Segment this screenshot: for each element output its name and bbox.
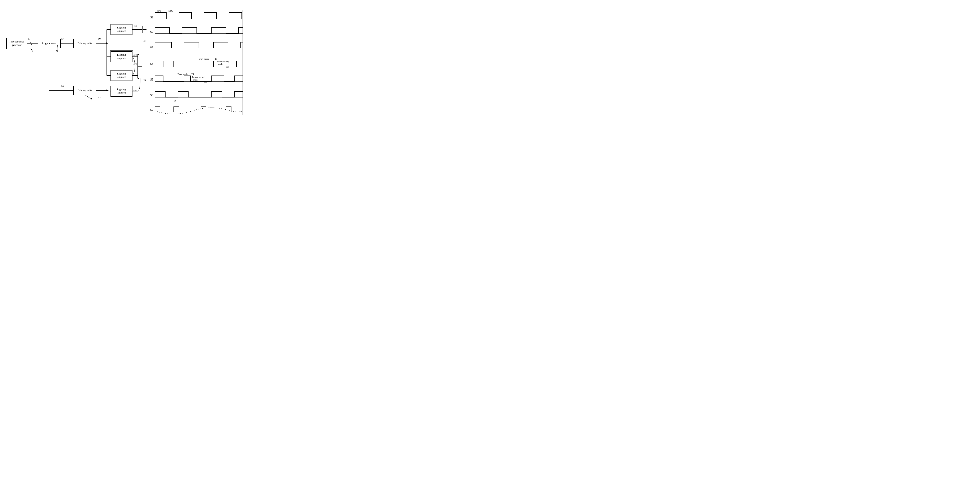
svg-text:50%: 50% <box>157 10 161 12</box>
svg-text:S3: S3 <box>150 45 153 48</box>
svg-text:S7: S7 <box>150 108 153 111</box>
svg-text:S5: S5 <box>150 78 153 81</box>
svg-text:Power saving: Power saving <box>216 60 229 63</box>
svg-text:E: E <box>174 100 176 103</box>
svg-text:S1: S1 <box>150 16 153 19</box>
svg-text:Duty mode: Duty mode <box>199 57 209 60</box>
connector-lines <box>4 4 161 121</box>
svg-text:T2: T2 <box>226 65 229 68</box>
svg-text:S6: S6 <box>150 94 153 97</box>
right-timing-diagram: S1 S2 S3 S4 S5 S6 S7 50% 50% Duty mode T… <box>146 4 247 124</box>
svg-text:Duty mode: Duty mode <box>177 73 188 75</box>
svg-text:T2: T2 <box>204 81 207 83</box>
timing-svg: S1 S2 S3 S4 S5 S6 S7 50% 50% Duty mode T… <box>146 4 245 124</box>
svg-text:T1: T1 <box>215 57 217 60</box>
svg-text:S2: S2 <box>150 30 153 34</box>
svg-text:T1: T1 <box>191 73 194 75</box>
svg-text:mode: mode <box>193 78 199 81</box>
svg-rect-30 <box>110 51 133 92</box>
svg-text:50%: 50% <box>169 10 173 12</box>
svg-text:Power saving: Power saving <box>192 76 205 78</box>
svg-text:S4: S4 <box>150 62 153 65</box>
svg-text:mode: mode <box>218 63 223 65</box>
left-block-diagram: Time sequencegenerator Logic circuit Dri… <box>4 4 146 124</box>
